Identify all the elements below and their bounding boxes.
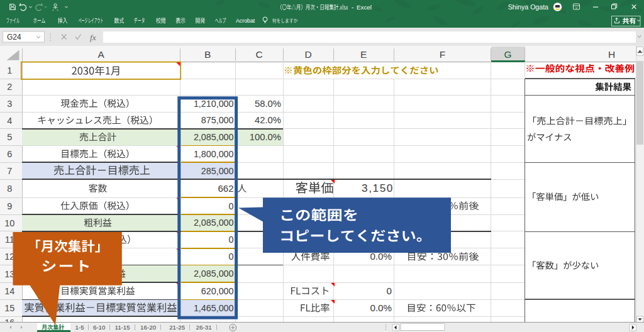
svg-text:26-31: 26-31	[196, 324, 212, 331]
svg-text:14: 14	[4, 286, 14, 296]
svg-text:1-5: 1-5	[75, 324, 85, 331]
svg-text:2,085,000: 2,085,000	[194, 268, 234, 279]
svg-text:9: 9	[7, 201, 12, 211]
svg-text:1,465,000: 1,465,000	[194, 303, 234, 313]
svg-text:0.0%: 0.0%	[370, 302, 392, 313]
svg-text:-: -	[352, 4, 353, 11]
svg-text:0: 0	[229, 201, 234, 211]
svg-text:2: 2	[7, 82, 12, 92]
svg-text:1,800,000: 1,800,000	[194, 149, 234, 159]
svg-text:F: F	[440, 49, 445, 60]
svg-text:0: 0	[387, 285, 392, 296]
svg-text:1: 1	[7, 65, 12, 75]
svg-text:58.0%: 58.0%	[255, 99, 281, 109]
svg-text:620,000: 620,000	[201, 286, 234, 296]
svg-text:875,000: 875,000	[201, 115, 234, 125]
svg-text:fx: fx	[90, 33, 96, 42]
svg-text:21-25: 21-25	[169, 324, 186, 331]
svg-text:Acrobat: Acrobat	[236, 18, 255, 24]
svg-text:Excel: Excel	[357, 4, 372, 11]
svg-text:A: A	[98, 49, 105, 60]
svg-text:10: 10	[4, 218, 14, 228]
svg-text:B: B	[204, 49, 211, 60]
svg-text:2,085,000: 2,085,000	[194, 132, 234, 142]
svg-text:3,150: 3,150	[362, 182, 394, 194]
svg-text:E: E	[360, 49, 367, 60]
svg-text:G24: G24	[7, 33, 21, 42]
svg-text:16-20: 16-20	[140, 324, 157, 331]
svg-text:42.0%: 42.0%	[255, 115, 281, 125]
svg-text:3: 3	[7, 99, 12, 109]
svg-text:100.0%: 100.0%	[250, 132, 281, 142]
svg-text:662: 662	[218, 183, 233, 194]
svg-text:G: G	[504, 49, 511, 60]
svg-text:4: 4	[7, 116, 12, 126]
svg-text:0: 0	[229, 235, 234, 245]
svg-text:D: D	[304, 49, 311, 60]
svg-text:15: 15	[4, 303, 14, 313]
svg-text:0: 0	[229, 252, 234, 262]
svg-text:8: 8	[7, 184, 12, 194]
svg-text:2,085,000: 2,085,000	[194, 218, 234, 228]
svg-text:1,210,000: 1,210,000	[194, 99, 234, 109]
svg-text:7: 7	[7, 166, 12, 176]
svg-text:11-15: 11-15	[114, 324, 130, 331]
svg-text:C: C	[255, 49, 262, 60]
svg-text:5: 5	[7, 132, 12, 142]
svg-text:285,000: 285,000	[201, 166, 234, 176]
svg-text:6: 6	[7, 149, 12, 159]
svg-text:H: H	[608, 49, 615, 60]
svg-text:6-10: 6-10	[93, 324, 106, 331]
svg-text:Shinya Ogata: Shinya Ogata	[508, 3, 548, 11]
